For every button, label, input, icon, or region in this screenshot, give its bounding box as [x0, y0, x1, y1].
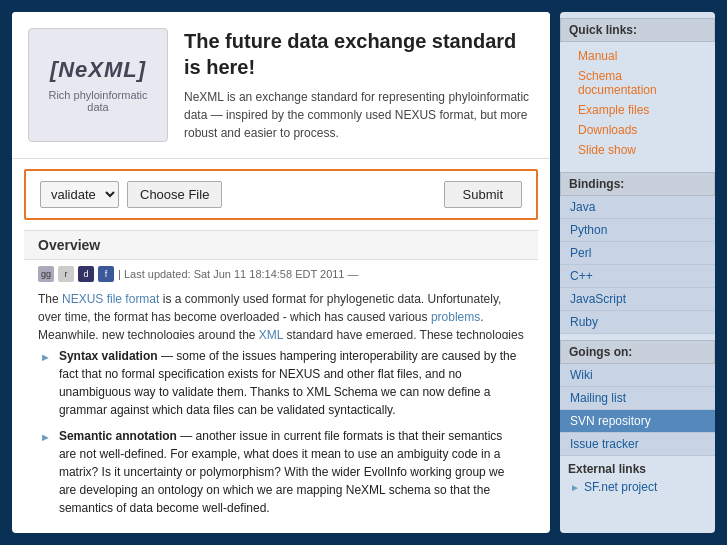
hero-section: [NeXML] Rich phyloinformatic data The fu…	[12, 12, 550, 159]
bullet-arrow-1: ►	[40, 349, 51, 419]
sidebar-link-example-files[interactable]: Example files	[568, 100, 707, 120]
sidebar-link-issues[interactable]: Issue tracker	[560, 433, 715, 456]
digg-icon[interactable]: d	[78, 266, 94, 282]
share-bar: gg r d f | Last updated: Sat Jun 11 18:1…	[24, 260, 538, 286]
bullet-item-syntax: ► Syntax validation — some of the issues…	[40, 347, 522, 419]
article-intro: The NEXUS file format is a commonly used…	[24, 286, 538, 339]
sidebar-link-svn[interactable]: SVN repository	[560, 410, 715, 433]
logo-text: [NeXML]	[50, 57, 146, 83]
sidebar-link-javascript[interactable]: JavaScript	[560, 288, 715, 311]
sidebar-link-java[interactable]: Java	[560, 196, 715, 219]
bullet-item-semantic: ► Semantic annotation — another issue in…	[40, 427, 522, 517]
upload-bar: validate Choose File Submit	[24, 169, 538, 220]
quick-links-header: Quick links:	[560, 18, 715, 42]
facebook-icon[interactable]: f	[98, 266, 114, 282]
share-icon-1[interactable]: gg	[38, 266, 54, 282]
sidebar-link-schema-doc[interactable]: Schema documentation	[568, 66, 707, 100]
ext-arrow-icon: ►	[570, 482, 580, 493]
logo-subtitle: Rich phyloinformatic data	[39, 89, 157, 113]
submit-button[interactable]: Submit	[444, 181, 522, 208]
hero-text: The future data exchange standard is her…	[184, 28, 534, 142]
ontology-link[interactable]: ontology	[158, 483, 203, 497]
sidebar-link-downloads[interactable]: Downloads	[568, 120, 707, 140]
sidebar-link-python[interactable]: Python	[560, 219, 715, 242]
xml-schema-link[interactable]: XML Schema	[306, 385, 378, 399]
problems-link[interactable]: problems	[431, 310, 480, 324]
logo-box: [NeXML] Rich phyloinformatic data	[28, 28, 168, 142]
nexus-link[interactable]: NEXUS file format	[62, 292, 159, 306]
last-updated: | Last updated: Sat Jun 11 18:14:58 EDT …	[118, 268, 359, 280]
evolinfo-link[interactable]: EvolInfo working group	[364, 465, 486, 479]
sidebar-link-sf[interactable]: ► SF.net project	[560, 478, 715, 496]
bullet-arrow-2: ►	[40, 429, 51, 517]
overview-header: Overview	[24, 230, 538, 260]
sidebar: Quick links: Manual Schema documentation…	[560, 12, 715, 533]
sidebar-link-mailing[interactable]: Mailing list	[560, 387, 715, 410]
sidebar-link-slideshow[interactable]: Slide show	[568, 140, 707, 160]
goings-header: Goings on:	[560, 340, 715, 364]
main-panel: [NeXML] Rich phyloinformatic data The fu…	[12, 12, 550, 533]
bullet-text-semantic: Semantic annotation — another issue in c…	[59, 427, 522, 517]
bindings-header: Bindings:	[560, 172, 715, 196]
sidebar-link-manual[interactable]: Manual	[568, 46, 707, 66]
bullet-text-syntax: Syntax validation — some of the issues h…	[59, 347, 522, 419]
quick-links-section: Manual Schema documentation Example file…	[560, 42, 715, 166]
reddit-icon[interactable]: r	[58, 266, 74, 282]
hero-title: The future data exchange standard is her…	[184, 28, 534, 80]
choose-file-button[interactable]: Choose File	[127, 181, 222, 208]
sidebar-link-cpp[interactable]: C++	[560, 265, 715, 288]
bullet-list: ► Syntax validation — some of the issues…	[26, 347, 536, 525]
hero-description: NeXML is an exchange standard for repres…	[184, 88, 534, 142]
xml-link[interactable]: XML	[259, 328, 283, 339]
sidebar-link-perl[interactable]: Perl	[560, 242, 715, 265]
external-links-header: External links	[560, 456, 715, 478]
validate-select[interactable]: validate	[40, 181, 119, 208]
sidebar-link-wiki[interactable]: Wiki	[560, 364, 715, 387]
sidebar-link-ruby[interactable]: Ruby	[560, 311, 715, 334]
sf-label: SF.net project	[584, 480, 657, 494]
